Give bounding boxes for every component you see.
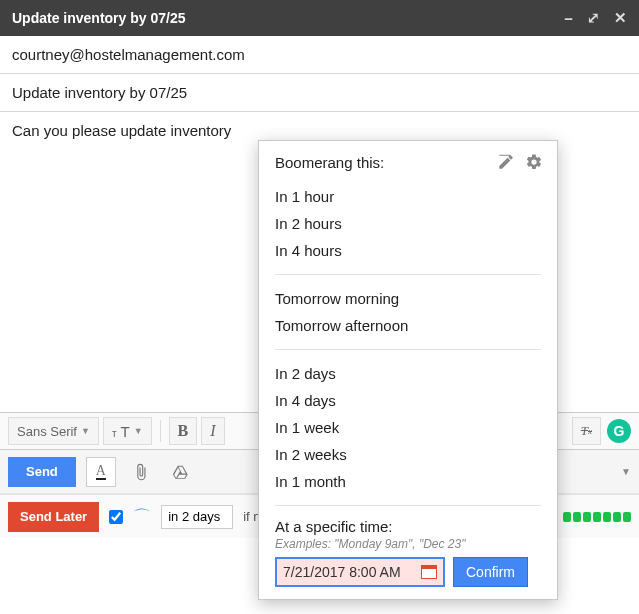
popup-divider	[275, 505, 541, 506]
popup-item-2w[interactable]: In 2 weeks	[259, 441, 557, 468]
subject-field[interactable]: Update inventory by 07/25	[0, 74, 639, 112]
font-family-label: Sans Serif	[17, 424, 77, 439]
popup-item-tomorrow-morning[interactable]: Tomorrow morning	[259, 285, 557, 312]
popup-item-2d[interactable]: In 2 days	[259, 360, 557, 387]
specific-time-label: At a specific time:	[275, 518, 541, 535]
popup-divider	[275, 274, 541, 275]
confirm-button[interactable]: Confirm	[453, 557, 528, 587]
more-send-options-icon[interactable]: ▼	[621, 466, 631, 477]
popup-item-1m[interactable]: In 1 month	[259, 468, 557, 495]
popup-item-2h[interactable]: In 2 hours	[259, 210, 557, 237]
minimize-icon[interactable]: −	[564, 10, 573, 27]
popup-group-3: In 2 days In 4 days In 1 week In 2 weeks…	[259, 356, 557, 499]
popup-item-4h[interactable]: In 4 hours	[259, 237, 557, 264]
compose-title: Update inventory by 07/25	[12, 10, 564, 26]
boomerang-checkbox[interactable]	[109, 510, 123, 524]
font-size-dropdown[interactable]: тT ▼	[103, 417, 152, 445]
popup-item-1w[interactable]: In 1 week	[259, 414, 557, 441]
calendar-icon[interactable]	[421, 565, 437, 579]
note-icon[interactable]	[497, 153, 515, 171]
send-later-button[interactable]: Send Later	[8, 502, 99, 532]
font-size-icon: т	[112, 428, 117, 439]
popup-specific-section: At a specific time: Examples: "Monday 9a…	[259, 512, 557, 587]
popup-group-2: Tomorrow morning Tomorrow afternoon	[259, 281, 557, 343]
popup-title: Boomerang this:	[275, 154, 497, 171]
separator	[160, 420, 161, 442]
specific-time-examples: Examples: "Monday 9am", "Dec 23"	[275, 537, 541, 551]
send-bar-right: ▼	[621, 466, 631, 477]
boomerang-popup: Boomerang this: In 1 hour In 2 hours In …	[258, 140, 558, 600]
italic-button[interactable]: I	[201, 417, 224, 445]
bold-button[interactable]: B	[169, 417, 198, 445]
send-button[interactable]: Send	[8, 457, 76, 487]
boomerang-delay-input[interactable]	[161, 505, 233, 529]
text-color-button[interactable]: A	[86, 457, 116, 487]
chevron-down-icon: ▼	[81, 426, 90, 436]
expand-icon[interactable]: ⤢	[587, 9, 600, 27]
popup-divider	[275, 349, 541, 350]
attach-icon[interactable]	[126, 457, 156, 487]
font-size-icon-large: T	[121, 423, 130, 440]
font-family-dropdown[interactable]: Sans Serif ▼	[8, 417, 99, 445]
to-field[interactable]: courtney@hostelmanagement.com	[0, 36, 639, 74]
titlebar-controls: − ⤢ ✕	[564, 9, 627, 27]
specific-time-input[interactable]: 7/21/2017 8:00 AM	[275, 557, 445, 587]
gear-icon[interactable]	[525, 153, 543, 171]
grammarly-icon[interactable]: G	[607, 419, 631, 443]
remove-formatting-button[interactable]: Tx	[572, 417, 601, 445]
drive-icon[interactable]	[166, 457, 196, 487]
chevron-down-icon: ▼	[134, 426, 143, 436]
specific-time-value: 7/21/2017 8:00 AM	[283, 564, 401, 580]
popup-item-tomorrow-afternoon[interactable]: Tomorrow afternoon	[259, 312, 557, 339]
boomerang-signal-icon	[563, 512, 631, 522]
close-icon[interactable]: ✕	[614, 9, 627, 27]
boomerang-icon[interactable]: ⌒	[133, 505, 151, 529]
body-text: Can you please update inventory	[12, 122, 231, 139]
popup-item-1h[interactable]: In 1 hour	[259, 183, 557, 210]
popup-group-1: In 1 hour In 2 hours In 4 hours	[259, 179, 557, 268]
popup-item-4d[interactable]: In 4 days	[259, 387, 557, 414]
compose-titlebar: Update inventory by 07/25 − ⤢ ✕	[0, 0, 639, 36]
